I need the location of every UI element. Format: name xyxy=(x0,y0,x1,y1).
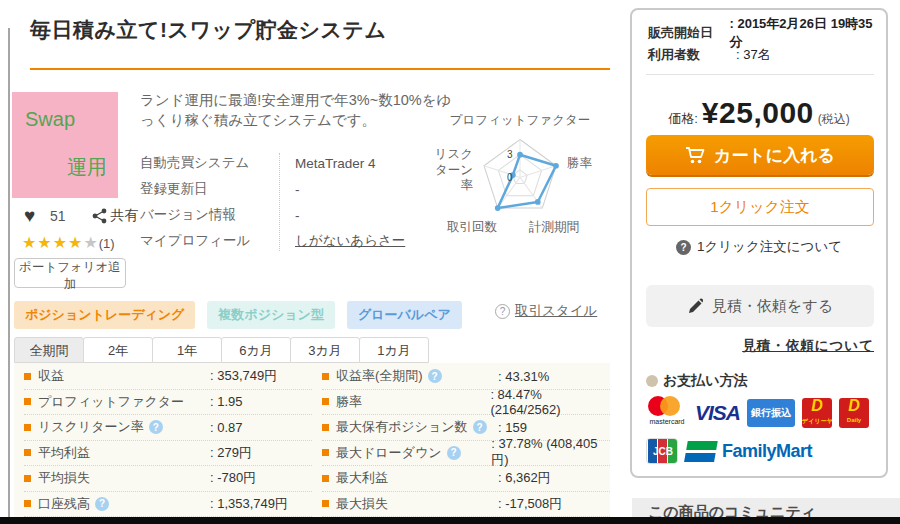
stat-row: 口座残高 : 1,353,749円 xyxy=(24,492,312,518)
cart-icon xyxy=(685,146,706,165)
help-icon[interactable] xyxy=(149,420,163,434)
product-page: 毎日積み立て!スワップ貯金システム Swap 運用 51 共有 ★★★★★(1)… xyxy=(0,0,900,524)
star-empty-icon: ★ xyxy=(83,234,98,251)
bullet-icon xyxy=(322,500,329,507)
detail-label: 自動売買システム xyxy=(140,154,279,172)
price-value: ¥25,000 xyxy=(702,96,814,130)
share-icon xyxy=(92,208,107,224)
price-label: 価格: xyxy=(668,110,698,128)
seller-profile-link[interactable]: しがないあらさー xyxy=(279,232,405,250)
community-heading-label: この商品のコミュニティ xyxy=(632,498,900,517)
stat-label: 最大利益 xyxy=(336,469,388,487)
pencil-icon xyxy=(687,298,704,315)
trade-style-help: 取引スタイル xyxy=(495,302,597,320)
tab-6month[interactable]: 6カ月 xyxy=(221,337,291,363)
stat-row: 最大損失 : -17,508円 xyxy=(322,492,610,518)
daily-yamazaki-icon-2: D Daily xyxy=(839,398,869,428)
stat-row: 平均損失 : -780円 xyxy=(24,466,312,492)
title-underline xyxy=(30,68,610,70)
bullet-icon xyxy=(322,398,329,405)
payment-heading-label: お支払い方法 xyxy=(663,372,748,390)
stat-label: 平均利益 xyxy=(38,444,90,462)
tab-3month[interactable]: 3カ月 xyxy=(290,337,360,363)
stat-row: プロフィットファクター : 1.95 xyxy=(24,390,312,416)
add-to-cart-button[interactable]: カートに入れる xyxy=(646,135,874,175)
period-tabs: 全期間 2年 1年 6カ月 3カ月 1カ月 xyxy=(14,337,429,363)
bullet-icon xyxy=(322,475,329,482)
stat-value: : 279円 xyxy=(210,444,252,462)
stat-row: 平均利益 : 279円 xyxy=(24,441,312,467)
help-icon[interactable] xyxy=(447,446,461,460)
stat-label: リスクリターン率 xyxy=(38,418,144,436)
one-click-order-button[interactable]: 1クリック注文 xyxy=(646,188,874,226)
tab-2year[interactable]: 2年 xyxy=(83,337,153,363)
bullet-icon xyxy=(322,449,329,456)
daily-logo-text: デイリーヤマザキ xyxy=(802,417,832,426)
price-tax-note: (税込) xyxy=(818,111,850,128)
thumbnail-text-line2: 運用 xyxy=(67,154,107,181)
purchase-sidebar: 販売開始日 : 2015年2月26日 19時35分 利用者数 : 37名 価格:… xyxy=(630,8,888,478)
favorite-heart-icon[interactable] xyxy=(24,207,44,225)
stat-label: 最大ドローダウン xyxy=(336,444,442,462)
community-section-header: この商品のコミュニティ xyxy=(632,498,900,517)
add-to-cart-label: カートに入れる xyxy=(714,144,835,167)
star-icon: ★ xyxy=(22,234,37,251)
rating-stars[interactable]: ★★★★★(1) xyxy=(22,233,115,252)
share-label: 共有 xyxy=(111,207,139,225)
share-button[interactable]: 共有 xyxy=(92,207,139,225)
release-date-row: 販売開始日 : 2015年2月26日 19時35分 xyxy=(648,22,874,44)
help-icon[interactable] xyxy=(95,497,109,511)
daily-logo-initial: D xyxy=(802,398,832,415)
one-click-about-link[interactable]: 1クリック注文について xyxy=(697,238,842,256)
stat-label: 口座残高 xyxy=(38,495,90,513)
quote-request-button[interactable]: 見積・依頼をする xyxy=(646,285,874,327)
question-icon[interactable] xyxy=(495,304,510,319)
bullet-icon xyxy=(24,398,31,405)
stat-row: 最大ドローダウン : 37.78% (408,405円) xyxy=(322,441,610,467)
detail-row: バージョン情報 - xyxy=(140,202,460,228)
stat-row: 収益率(全期間) : 43.31% xyxy=(322,364,610,390)
tag-global-pair[interactable]: グローバルペア xyxy=(347,301,462,329)
bullet-icon xyxy=(24,500,31,507)
tag-position-trading[interactable]: ポジショントレーディング xyxy=(14,301,195,329)
detail-value: - xyxy=(279,182,300,197)
stats-table: 収益 : 353,749円 プロフィットファクター : 1.95 リスクリターン… xyxy=(14,363,610,517)
sale-info: 販売開始日 : 2015年2月26日 19時35分 利用者数 : 37名 xyxy=(648,22,874,66)
stat-value: : 0.87 xyxy=(210,420,243,435)
bullet-circle-icon xyxy=(646,375,658,387)
quote-about-link[interactable]: 見積・依頼について xyxy=(742,337,874,355)
product-thumbnail[interactable]: Swap 運用 xyxy=(12,92,118,198)
tab-all-period[interactable]: 全期間 xyxy=(14,337,84,363)
bank-transfer-icon: 銀行振込 xyxy=(747,399,795,427)
help-icon[interactable] xyxy=(428,369,442,383)
detail-value: MetaTrader 4 xyxy=(279,156,376,171)
portfolio-add-button[interactable]: ポートフォリオ追加 xyxy=(14,258,126,288)
tab-1month[interactable]: 1カ月 xyxy=(359,337,429,363)
stat-value: : 37.78% (408,405円) xyxy=(491,436,610,469)
stat-value: : -780円 xyxy=(210,469,256,487)
stat-label: プロフィットファクター xyxy=(38,393,184,411)
detail-row: 自動売買システム MetaTrader 4 xyxy=(140,150,460,176)
stat-label: 最大損失 xyxy=(336,495,388,513)
page-title: 毎日積み立て!スワップ貯金システム xyxy=(30,16,386,44)
stat-label: 最大保有ポジション数 xyxy=(336,418,468,436)
mastercard-icon: mastercard xyxy=(646,396,688,430)
quote-request-label: 見積・依頼をする xyxy=(712,297,833,316)
question-icon[interactable] xyxy=(676,240,691,255)
style-tags: ポジショントレーディング 複数ポジション型 グローバルペア xyxy=(14,301,462,329)
payment-icons-row: JCB FamilyMart xyxy=(646,438,812,464)
product-description: ランド運用に最適!安全運用で年3%~数10%をゆっくり稼ぐ積み立てシステムです。 xyxy=(140,90,452,130)
radar-plot: 30 xyxy=(465,129,575,229)
svg-text:0: 0 xyxy=(507,172,513,183)
trade-style-link[interactable]: 取引スタイル xyxy=(515,302,597,320)
tag-multi-position[interactable]: 複数ポジション型 xyxy=(207,301,335,329)
jcb-label: JCB xyxy=(647,446,678,457)
price-row: 価格: ¥25,000 (税込) xyxy=(632,96,886,130)
bullet-icon xyxy=(24,373,31,380)
detail-label: バージョン情報 xyxy=(140,206,279,224)
like-share-row: 51 共有 xyxy=(24,207,139,225)
help-icon[interactable] xyxy=(473,420,487,434)
daily-logo-initial: D xyxy=(839,398,869,415)
tab-1year[interactable]: 1年 xyxy=(152,337,222,363)
window-bottom-bar xyxy=(0,517,900,524)
